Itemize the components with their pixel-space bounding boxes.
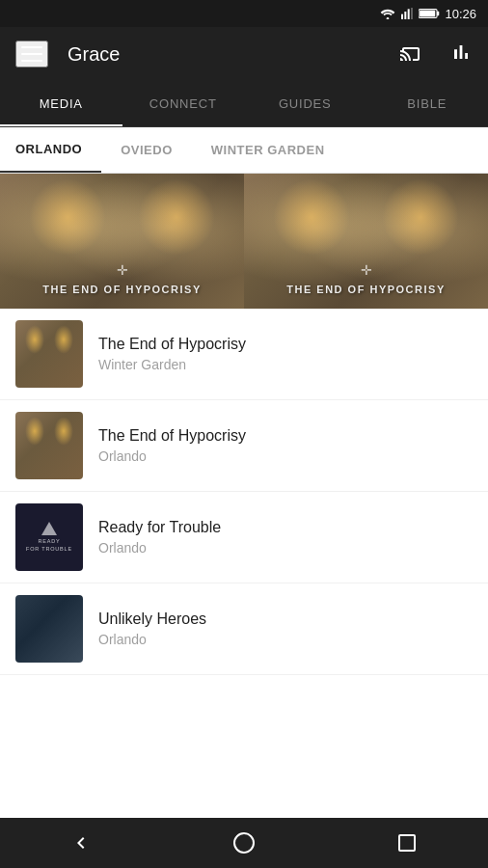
- sermon-location-3: Orlando: [98, 540, 473, 556]
- svg-rect-3: [408, 9, 410, 19]
- sermon-thumb-2: [15, 412, 83, 479]
- tab-guides[interactable]: GUIDES: [244, 81, 366, 126]
- sermon-item-2[interactable]: The End of Hypocrisy Orlando: [0, 400, 488, 492]
- hero-slide-2[interactable]: ✛ THE END OF HYPOCRISY: [244, 174, 488, 309]
- triangle-icon: [41, 522, 57, 535]
- ready-label: READYFOR TROUBLE: [26, 538, 72, 552]
- stats-button[interactable]: [449, 41, 473, 68]
- svg-rect-6: [438, 12, 440, 15]
- sermon-title-2: The End of Hypocrisy: [98, 427, 473, 445]
- chart-icon: [449, 41, 473, 64]
- svg-rect-1: [401, 14, 403, 19]
- tab-media[interactable]: MEDIA: [0, 81, 122, 126]
- hero-cross-2: ✛: [361, 262, 372, 278]
- hero-overlay-1: ✛ THE END OF HYPOCRISY: [0, 262, 244, 309]
- sermon-item-3[interactable]: READYFOR TROUBLE Ready for Trouble Orlan…: [0, 492, 488, 583]
- sermon-item-1[interactable]: The End of Hypocrisy Winter Garden: [0, 309, 488, 400]
- hero-slide-bg-1: ✛ THE END OF HYPOCRISY: [0, 174, 244, 309]
- thumb-image-4: [15, 595, 83, 663]
- hero-slide-1[interactable]: ✛ THE END OF HYPOCRISY: [0, 174, 244, 309]
- location-winter-garden[interactable]: WINTER GARDEN: [192, 127, 344, 173]
- hero-light-left-2: [273, 178, 350, 256]
- sermon-list: The End of Hypocrisy Winter Garden The E…: [0, 309, 488, 675]
- sermon-thumb-4: [15, 595, 83, 663]
- home-button[interactable]: [215, 818, 273, 868]
- bottom-nav: [0, 818, 488, 868]
- hero-carousel[interactable]: ✛ THE END OF HYPOCRISY ✛ THE END OF HYPO…: [0, 174, 488, 309]
- sermon-thumb-1: [15, 320, 83, 388]
- wifi-icon: [380, 8, 395, 19]
- hero-title-1: THE END OF HYPOCRISY: [42, 284, 201, 295]
- sermon-location-1: Winter Garden: [98, 357, 473, 372]
- cast-button[interactable]: [399, 41, 422, 68]
- recent-icon: [395, 831, 419, 854]
- tab-connect[interactable]: CONNECT: [122, 81, 245, 126]
- home-icon: [232, 831, 256, 854]
- sermon-title-3: Ready for Trouble: [98, 519, 473, 536]
- hero-light-right-2: [382, 178, 459, 256]
- svg-rect-7: [420, 11, 436, 17]
- sermon-item-4[interactable]: Unlikely Heroes Orlando: [0, 583, 488, 675]
- signal-icon: [400, 8, 414, 19]
- hero-light-right-1: [138, 178, 215, 256]
- svg-point-8: [234, 833, 254, 853]
- hero-overlay-2: ✛ THE END OF HYPOCRISY: [244, 262, 488, 309]
- status-bar: 10:26: [0, 0, 488, 27]
- tab-bar: MEDIA CONNECT GUIDES BIBLE: [0, 81, 488, 127]
- thumb-image-2: [15, 412, 83, 479]
- sermon-title-1: The End of Hypocrisy: [98, 336, 473, 353]
- thumb-image-3: READYFOR TROUBLE: [15, 503, 83, 571]
- location-bar: ORLANDO OVIEDO WINTER GARDEN: [0, 127, 488, 174]
- recent-button[interactable]: [378, 818, 436, 868]
- sermon-location-2: Orlando: [98, 448, 473, 464]
- cast-icon: [399, 41, 422, 64]
- app-bar: Grace: [0, 27, 488, 81]
- back-button[interactable]: [52, 818, 110, 868]
- thumb-image-1: [15, 320, 83, 388]
- sermon-thumb-3: READYFOR TROUBLE: [15, 503, 83, 571]
- sermon-info-3: Ready for Trouble Orlando: [98, 519, 473, 556]
- hero-light-left-1: [29, 178, 106, 256]
- menu-button[interactable]: [15, 41, 48, 68]
- hero-slide-bg-2: ✛ THE END OF HYPOCRISY: [244, 174, 488, 309]
- sermon-title-4: Unlikely Heroes: [98, 610, 473, 628]
- svg-point-0: [387, 17, 390, 19]
- svg-rect-4: [411, 8, 413, 19]
- hero-title-2: THE END OF HYPOCRISY: [286, 284, 445, 295]
- status-time: 10:26: [445, 7, 476, 21]
- sermon-info-2: The End of Hypocrisy Orlando: [98, 427, 473, 464]
- sermon-location-4: Orlando: [98, 632, 473, 647]
- back-icon: [69, 831, 93, 854]
- app-title: Grace: [68, 43, 380, 66]
- status-icons: 10:26: [380, 7, 476, 21]
- hero-cross-1: ✛: [117, 262, 128, 278]
- svg-rect-9: [399, 835, 415, 851]
- sermon-info-1: The End of Hypocrisy Winter Garden: [98, 336, 473, 372]
- location-oviedo[interactable]: OVIEDO: [101, 127, 192, 173]
- svg-rect-2: [405, 12, 407, 19]
- location-orlando[interactable]: ORLANDO: [0, 127, 101, 173]
- battery-icon: [419, 8, 440, 19]
- tab-bible[interactable]: BIBLE: [366, 81, 489, 126]
- sermon-info-4: Unlikely Heroes Orlando: [98, 610, 473, 647]
